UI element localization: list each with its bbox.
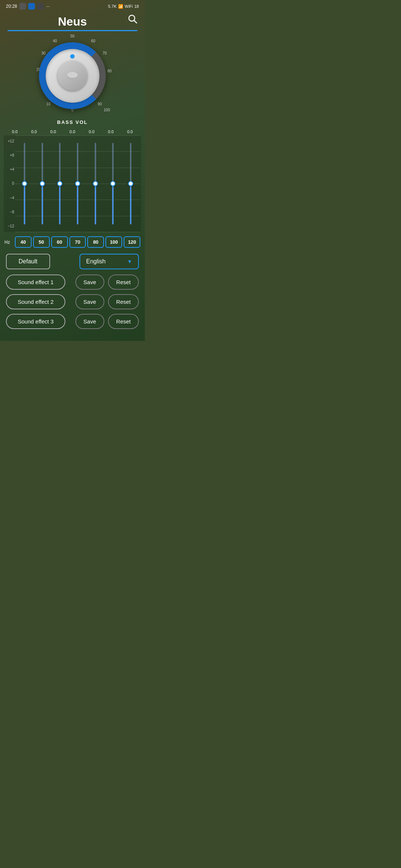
reset-button-1[interactable]: Reset	[108, 274, 139, 290]
svg-line-1	[134, 20, 137, 23]
sound-effect-2-button[interactable]: Sound effect 2	[6, 294, 65, 309]
app-icon-3	[37, 3, 44, 10]
save-reset-group-1: Save Reset	[75, 274, 139, 290]
bottom-controls: Default English ▼ Sound effect 1 Save Re…	[0, 248, 145, 341]
network-speed: 5.7K	[108, 4, 117, 9]
eq-val-3: 0.0	[65, 129, 80, 134]
hz-prefix: Hz	[4, 240, 13, 245]
y-label-n4: −4	[5, 196, 14, 200]
eq-slider-0[interactable]	[16, 135, 33, 232]
svg-point-3	[67, 72, 78, 78]
eq-track-5[interactable]	[112, 143, 114, 224]
eq-track-0[interactable]	[24, 143, 25, 224]
status-left: 20:28 ···	[6, 3, 50, 10]
eq-thumb-5[interactable]	[110, 181, 115, 186]
save-reset-group-2: Save Reset	[75, 294, 139, 309]
status-bar: 20:28 ··· 5.7K 📶 WiFi 18	[0, 0, 145, 11]
eq-thumb-0[interactable]	[22, 181, 27, 186]
time-display: 20:28	[6, 4, 17, 9]
knob-outer-container[interactable]: 0 10 20 30 40 50 60 70 80 90 100	[32, 35, 113, 116]
hz-btn-100[interactable]: 100	[105, 236, 122, 248]
eq-track-1[interactable]	[42, 143, 43, 224]
signal-icon: 📶	[118, 4, 123, 9]
eq-fill-0	[24, 184, 25, 224]
eq-thumb-6[interactable]	[128, 181, 133, 186]
reset-button-3[interactable]: Reset	[108, 314, 139, 329]
eq-val-5: 0.0	[103, 129, 118, 134]
hz-buttons: 40 50 60 70 80 100 120	[15, 236, 140, 248]
knob-inner-ring	[46, 49, 100, 103]
eq-fill-5	[112, 184, 114, 224]
eq-fill-3	[77, 184, 78, 224]
default-button[interactable]: Default	[6, 254, 50, 269]
hz-btn-50[interactable]: 50	[33, 236, 50, 248]
header: Neus	[0, 11, 145, 29]
eq-val-4: 0.0	[84, 129, 99, 134]
eq-track-3[interactable]	[77, 143, 78, 224]
app-title: Neus	[58, 15, 87, 29]
sound-effect-row-3: Sound effect 3 Save Reset	[6, 314, 139, 329]
battery-display: 18	[134, 4, 139, 9]
search-button[interactable]	[128, 14, 137, 26]
scale-80: 80	[107, 69, 111, 73]
sound-effect-row-1: Sound effect 1 Save Reset	[6, 274, 139, 290]
eq-thumb-2[interactable]	[57, 181, 62, 186]
eq-val-1: 0.0	[27, 129, 42, 134]
eq-track-6[interactable]	[130, 143, 131, 224]
eq-slider-2[interactable]	[51, 135, 69, 232]
language-dropdown[interactable]: English ▼	[79, 254, 139, 269]
sound-effect-3-button[interactable]: Sound effect 3	[6, 314, 65, 329]
sound-effect-row-2: Sound effect 2 Save Reset	[6, 294, 139, 309]
knob-center	[58, 61, 87, 91]
hz-btn-60[interactable]: 60	[51, 236, 68, 248]
hz-btn-120[interactable]: 120	[124, 236, 140, 248]
save-reset-group-3: Save Reset	[75, 314, 139, 329]
hz-btn-70[interactable]: 70	[69, 236, 86, 248]
eq-slider-4[interactable]	[87, 135, 104, 232]
knob-wrapper[interactable]	[39, 42, 106, 109]
eq-val-2: 0.0	[46, 129, 61, 134]
eq-slider-6[interactable]	[122, 135, 140, 232]
sound-effect-2-label: Sound effect 2	[18, 299, 53, 305]
eq-chart: +12 +8 +4 0 −4 −8 −12	[4, 135, 141, 232]
wifi-icon: WiFi	[125, 4, 133, 9]
eq-section: 0.0 0.0 0.0 0.0 0.0 0.0 0.0 +12 +8 +4 0 …	[0, 129, 145, 248]
app-icon-2	[28, 3, 35, 10]
y-label-4: +4	[5, 167, 14, 171]
eq-track-4[interactable]	[95, 143, 96, 224]
eq-values-row: 0.0 0.0 0.0 0.0 0.0 0.0 0.0	[4, 129, 141, 134]
eq-fill-6	[130, 184, 131, 224]
save-button-3[interactable]: Save	[75, 314, 104, 329]
eq-sliders-area	[16, 135, 140, 232]
sound-effect-1-label: Sound effect 1	[18, 279, 53, 285]
eq-slider-1[interactable]	[33, 135, 51, 232]
hz-row: Hz 40 50 60 70 80 100 120	[4, 236, 141, 248]
eq-slider-5[interactable]	[104, 135, 122, 232]
y-label-0: 0	[5, 181, 14, 185]
eq-slider-3[interactable]	[69, 135, 87, 232]
reset-button-2[interactable]: Reset	[108, 294, 139, 309]
eq-fill-2	[59, 184, 61, 224]
hz-btn-80[interactable]: 80	[87, 236, 104, 248]
sound-effect-1-button[interactable]: Sound effect 1	[6, 274, 65, 290]
sound-effect-3-label: Sound effect 3	[18, 318, 53, 325]
eq-val-6: 0.0	[123, 129, 137, 134]
eq-fill-1	[42, 184, 43, 224]
app-icon-1	[19, 3, 26, 10]
knob-dial[interactable]	[39, 42, 106, 109]
language-value: English	[86, 258, 105, 265]
knob-label: BASS VOL	[57, 119, 88, 125]
grid-bot	[16, 232, 140, 232]
eq-thumb-3[interactable]	[75, 181, 80, 186]
eq-track-2[interactable]	[59, 143, 61, 224]
y-label-n12: −12	[5, 224, 14, 228]
knob-indicator	[70, 54, 75, 59]
scale-50: 50	[70, 34, 74, 38]
save-button-1[interactable]: Save	[75, 274, 104, 290]
eq-y-axis: +12 +8 +4 0 −4 −8 −12	[5, 135, 14, 232]
eq-thumb-1[interactable]	[40, 181, 45, 186]
eq-fill-4	[95, 184, 96, 224]
eq-thumb-4[interactable]	[93, 181, 98, 186]
save-button-2[interactable]: Save	[75, 294, 104, 309]
hz-btn-40[interactable]: 40	[15, 236, 32, 248]
